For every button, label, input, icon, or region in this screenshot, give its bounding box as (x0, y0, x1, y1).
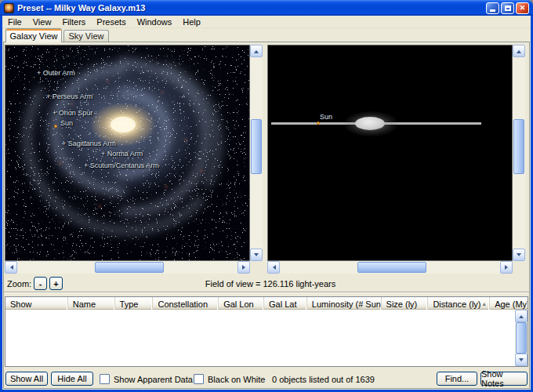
galaxy-face-on-view[interactable]: + Outer Arm + Perseus Arm + Orion Spur S… (5, 45, 250, 261)
scroll-left-button[interactable] (5, 261, 17, 274)
table-body-empty (5, 310, 517, 366)
galactic-bulge (355, 117, 385, 130)
arrow-down-icon (517, 253, 521, 259)
column-label: Distance (ly) (433, 299, 480, 309)
label-outer-arm: + Outer Arm (37, 69, 75, 77)
column-label: Age (My) (495, 299, 528, 309)
maximize-button[interactable] (501, 2, 514, 14)
app-icon[interactable] (4, 3, 14, 13)
arrow-up-icon (254, 48, 259, 53)
sun-marker (54, 125, 57, 128)
arrow-down-icon (254, 253, 259, 259)
minimize-button[interactable] (486, 2, 499, 14)
scroll-right-button[interactable] (237, 261, 250, 274)
arrow-up-icon (517, 48, 521, 53)
menu-presets[interactable]: Presets (91, 16, 131, 27)
arrow-right-icon (242, 265, 248, 270)
galaxy-view-page: + Outer Arm + Perseus Arm + Orion Spur S… (3, 42, 530, 389)
show-notes-button[interactable]: Show Notes (480, 372, 528, 386)
app-window: Preset -- Milky Way Galaxy.m13 ✕ File Vi… (0, 0, 533, 392)
column-header-type[interactable]: Type (115, 297, 154, 310)
status-count-text: 0 objects listed out of 1639 (239, 375, 408, 384)
tab-galaxy-view[interactable]: Galaxy View (5, 28, 62, 42)
scroll-thumb[interactable] (357, 262, 426, 273)
label-sun: Sun (60, 119, 73, 127)
close-icon: ✕ (520, 5, 526, 12)
column-label: Gal Lon (223, 299, 254, 309)
zoom-label: Zoom: (7, 279, 31, 289)
zoom-in-button[interactable]: + (49, 277, 63, 290)
scroll-up-button[interactable] (250, 45, 263, 57)
titlebar[interactable]: Preset -- Milky Way Galaxy.m13 ✕ (0, 0, 533, 16)
sort-ascending-icon: ▲ (481, 301, 487, 307)
column-label: Name (73, 299, 96, 309)
arrow-right-icon (505, 265, 510, 270)
right-view-vertical-scrollbar[interactable] (513, 45, 525, 261)
object-table: Show Name Type Constellation Gal Lon Gal… (5, 296, 528, 367)
column-header-gal-lat[interactable]: Gal Lat (264, 297, 307, 310)
left-view-horizontal-scrollbar[interactable] (5, 261, 250, 274)
find-button[interactable]: Find... (437, 372, 477, 386)
table-vertical-scrollbar[interactable] (515, 310, 528, 366)
menu-filters[interactable]: Filters (56, 16, 91, 27)
column-label: Show (10, 299, 32, 309)
menu-help[interactable]: Help (177, 16, 206, 27)
menubar: File View Filters Presets Windows Help (2, 16, 531, 28)
column-header-distance[interactable]: Distance (ly)▲ (428, 297, 490, 310)
label-orion-spur: + Orion Spur (53, 109, 92, 117)
tab-sky-view[interactable]: Sky View (63, 30, 109, 42)
column-label: Luminosity (# Suns) (312, 299, 382, 309)
scroll-thumb[interactable] (513, 119, 524, 174)
column-header-show[interactable]: Show (5, 297, 68, 310)
hide-all-button[interactable]: Hide All (51, 372, 93, 386)
column-header-luminosity[interactable]: Luminosity (# Suns) (307, 297, 382, 310)
black-on-white-checkbox[interactable] (194, 374, 204, 384)
menu-windows[interactable]: Windows (132, 16, 178, 27)
column-label: Type (120, 299, 139, 309)
show-apparent-data-checkbox[interactable] (100, 374, 110, 384)
zoom-out-button[interactable]: - (34, 277, 47, 290)
arrow-up-icon (519, 313, 524, 318)
label-scutum-centarus-arm: + Scutum/Centarus Arm (84, 162, 159, 169)
window-title: Preset -- Milky Way Galaxy.m13 (17, 3, 486, 13)
column-header-age[interactable]: Age (My) (490, 297, 528, 310)
column-header-gal-lon[interactable]: Gal Lon (219, 297, 264, 310)
minimize-icon (490, 9, 495, 12)
label-perseus-arm: + Perseus Arm (46, 93, 92, 100)
window-controls: ✕ (486, 2, 529, 14)
scroll-thumb[interactable] (516, 322, 527, 354)
scroll-right-button[interactable] (500, 261, 513, 274)
show-apparent-data-label[interactable]: Show Apparent Data (114, 375, 193, 384)
label-norma-arm: + Norma Arm (101, 150, 143, 158)
scroll-thumb[interactable] (95, 262, 164, 273)
right-view-horizontal-scrollbar[interactable] (267, 261, 513, 274)
show-all-button[interactable]: Show All (5, 372, 48, 386)
arrow-left-icon (270, 265, 276, 270)
column-label: Constellation (158, 299, 208, 309)
column-header-size[interactable]: Size (ly) (382, 297, 429, 310)
sun-marker (317, 122, 320, 125)
scroll-up-button[interactable] (515, 310, 528, 322)
column-label: Gal Lat (269, 299, 296, 309)
label-sun-edge: Sun (320, 113, 332, 121)
column-label: Size (ly) (386, 299, 418, 309)
scroll-down-button[interactable] (513, 249, 525, 261)
arrow-left-icon (8, 265, 13, 270)
scroll-left-button[interactable] (267, 261, 280, 274)
scroll-up-button[interactable] (513, 45, 525, 57)
arrow-down-icon (519, 358, 524, 364)
menu-view[interactable]: View (27, 16, 57, 27)
maximize-icon (505, 5, 511, 11)
label-sagittarius-arm: + Sagittarius Arm (62, 140, 116, 147)
menu-file[interactable]: File (2, 16, 27, 27)
scroll-down-button[interactable] (250, 249, 263, 261)
column-header-constellation[interactable]: Constellation (153, 297, 219, 310)
scroll-thumb[interactable] (251, 119, 262, 174)
left-view-vertical-scrollbar[interactable] (250, 45, 263, 261)
field-of-view-text: Field of view = 126.116 light-years (145, 279, 396, 289)
column-header-name[interactable]: Name (68, 297, 115, 310)
galaxy-edge-on-view[interactable]: Sun (267, 45, 513, 261)
scroll-down-button[interactable] (515, 354, 528, 366)
close-button[interactable]: ✕ (516, 2, 529, 14)
separator-line (4, 292, 529, 293)
